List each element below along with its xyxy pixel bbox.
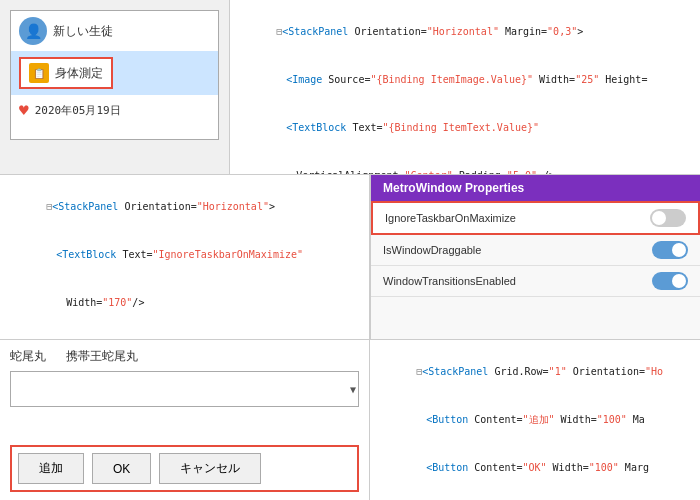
bot-code-4: <Button Content="キャンセル" Margin= xyxy=(380,492,690,500)
heart-icon: ♥ xyxy=(19,101,29,120)
bottom-left: 蛇尾丸 携帯王蛇尾丸 ▼ 追加 OK キャンセル xyxy=(0,340,370,500)
middle-section: ⊟<StackPanel Orientation="Horizontal"> <… xyxy=(0,175,700,340)
toggle-ignore[interactable] xyxy=(650,209,686,227)
scroll-arrow-icon: ▼ xyxy=(350,384,356,395)
ok-button[interactable]: OK xyxy=(92,453,151,484)
bottom-section: 蛇尾丸 携帯王蛇尾丸 ▼ 追加 OK キャンセル ⊟<StackPanel Gr… xyxy=(0,340,700,500)
property-row-transitions: WindowTransitionsEnabled xyxy=(371,266,700,297)
list-item-new-student[interactable]: 👤 新しい生徒 xyxy=(11,11,218,51)
bot-code-3: <Button Content="OK" Width="100" Marg xyxy=(380,444,690,492)
code-line-1: ⊟<StackPanel Orientation="Horizontal" Ma… xyxy=(240,8,690,56)
bot-code-2: <Button Content="追加" Width="100" Ma xyxy=(380,396,690,444)
selected-item-label: 身体測定 xyxy=(55,65,103,82)
list-item-selected[interactable]: 📋 身体測定 xyxy=(11,51,218,95)
metro-header: MetroWindow Properties xyxy=(371,175,700,201)
add-button[interactable]: 追加 xyxy=(18,453,84,484)
property-draggable-label: IsWindowDraggable xyxy=(383,244,481,256)
metro-panel: MetroWindow Properties IgnoreTaskbarOnMa… xyxy=(370,175,700,339)
heart-row: ♥ 2020年05月19日 xyxy=(11,95,218,126)
metro-title: MetroWindow Properties xyxy=(383,181,524,195)
code-line-4: VerticalAlignment="Center" Padding="5,0"… xyxy=(240,152,690,174)
selected-highlight: 📋 身体測定 xyxy=(19,57,113,89)
bottom-right: ⊟<StackPanel Grid.Row="1" Orientation="H… xyxy=(370,340,700,500)
mid-code-4: <ToggleButton IsChecked="{Binding Ignore… xyxy=(10,327,359,339)
mid-code-3: Width="170"/> xyxy=(10,279,359,327)
top-section: 👤 新しい生徒 📋 身体測定 ♥ 2020年05月19日 ⊟<StackPane… xyxy=(0,0,700,175)
bot-code-1: ⊟<StackPanel Grid.Row="1" Orientation="H… xyxy=(380,348,690,396)
dropdown-item-2: 携帯王蛇尾丸 xyxy=(66,348,138,365)
code-line-3: <TextBlock Text="{Binding ItemText.Value… xyxy=(240,104,690,152)
toggle-knob-transitions xyxy=(672,274,686,288)
code-line-2: <Image Source="{Binding ItemImage.Value}… xyxy=(240,56,690,104)
button-row: 追加 OK キャンセル xyxy=(10,445,359,492)
avatar-icon: 👤 xyxy=(19,17,47,45)
listbox[interactable]: 👤 新しい生徒 📋 身体測定 ♥ 2020年05月19日 xyxy=(10,10,219,140)
property-transitions-label: WindowTransitionsEnabled xyxy=(383,275,516,287)
toggle-knob-draggable xyxy=(672,243,686,257)
cancel-button[interactable]: キャンセル xyxy=(159,453,261,484)
left-panel: 👤 新しい生徒 📋 身体測定 ♥ 2020年05月19日 xyxy=(0,0,230,174)
mid-code-2: <TextBlock Text="IgnoreTaskbarOnMaximize… xyxy=(10,231,359,279)
toggle-transitions[interactable] xyxy=(652,272,688,290)
small-avatar: 📋 xyxy=(29,63,49,83)
new-student-label: 新しい生徒 xyxy=(53,23,113,40)
mid-code-1: ⊟<StackPanel Orientation="Horizontal"> xyxy=(10,183,359,231)
property-row-ignore: IgnoreTaskbarOnMaximize xyxy=(371,201,700,235)
code-panel-top: ⊟<StackPanel Orientation="Horizontal" Ma… xyxy=(230,0,700,174)
dropdown-item-1: 蛇尾丸 xyxy=(10,348,46,365)
dropdown-row: 蛇尾丸 携帯王蛇尾丸 xyxy=(10,348,359,365)
toggle-draggable[interactable] xyxy=(652,241,688,259)
property-ignore-label: IgnoreTaskbarOnMaximize xyxy=(385,212,516,224)
property-row-draggable: IsWindowDraggable xyxy=(371,235,700,266)
date-text: 2020年05月19日 xyxy=(35,103,121,118)
toggle-knob-ignore xyxy=(652,211,666,225)
code-panel-mid: ⊟<StackPanel Orientation="Horizontal"> <… xyxy=(0,175,370,339)
dropdown-scroll[interactable]: ▼ xyxy=(10,371,359,407)
